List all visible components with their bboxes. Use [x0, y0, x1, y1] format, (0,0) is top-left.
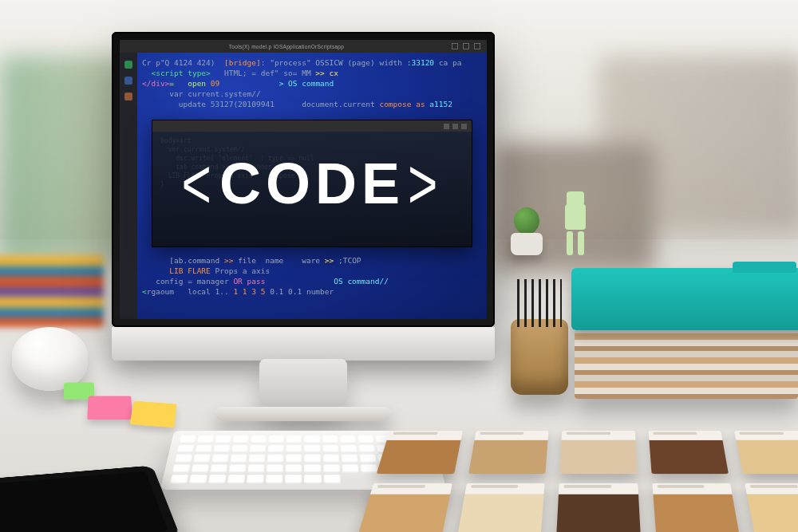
window-min-icon — [452, 43, 458, 49]
window-max-icon — [463, 43, 469, 49]
code-headline-text: CODE — [219, 151, 405, 216]
ide-titlebar: Tools(X) model.p IOSApplicationOrScripts… — [120, 40, 487, 53]
swatch — [468, 431, 549, 474]
ide-screen: Tools(X) model.p IOSApplicationOrScripts… — [120, 40, 487, 319]
swatch — [559, 431, 637, 474]
swatch — [735, 431, 798, 474]
folder-stack — [575, 263, 798, 399]
swatch — [652, 483, 739, 532]
window-close-icon — [474, 43, 480, 49]
angle-right-icon: > — [408, 142, 442, 225]
swatch — [557, 483, 641, 532]
swatch — [358, 483, 452, 532]
swatch — [648, 431, 729, 474]
tablet — [0, 465, 180, 532]
sticky-note — [129, 401, 176, 428]
monitor-bezel: Tools(X) model.p IOSApplicationOrScripts… — [112, 32, 495, 327]
swatch — [457, 483, 544, 532]
pen-cup — [511, 319, 568, 395]
code-headline: < CODE > — [152, 120, 472, 246]
monitor-chin — [112, 327, 495, 361]
swatch — [377, 431, 463, 474]
ide-gutter — [120, 53, 137, 319]
swatch — [745, 483, 798, 532]
monitor-foot — [215, 407, 391, 421]
code-block-lower: [ab.command >> file name ware >> ;TCOP L… — [142, 255, 482, 297]
gutter-icon — [124, 61, 132, 69]
sticky-note — [87, 396, 132, 420]
coffee-mug — [12, 327, 88, 391]
cactus-plant — [511, 207, 543, 255]
gutter-icon — [124, 93, 132, 100]
angle-left-icon: < — [182, 142, 216, 225]
ide-title-text: Tools(X) model.p IOSApplicationOrScripts… — [126, 44, 447, 49]
code-block-upper: Cr p"Q 4124 424) [bridge]: "process" OSS… — [142, 57, 482, 109]
wood-swatches — [358, 431, 798, 532]
code-overlay-panel: body>art ver current.system// doc.write{… — [152, 120, 472, 247]
gutter-icon — [124, 77, 132, 85]
book-stack — [0, 255, 104, 327]
toy-robot — [559, 191, 592, 255]
monitor: Tools(X) model.p IOSApplicationOrScripts… — [112, 32, 495, 327]
